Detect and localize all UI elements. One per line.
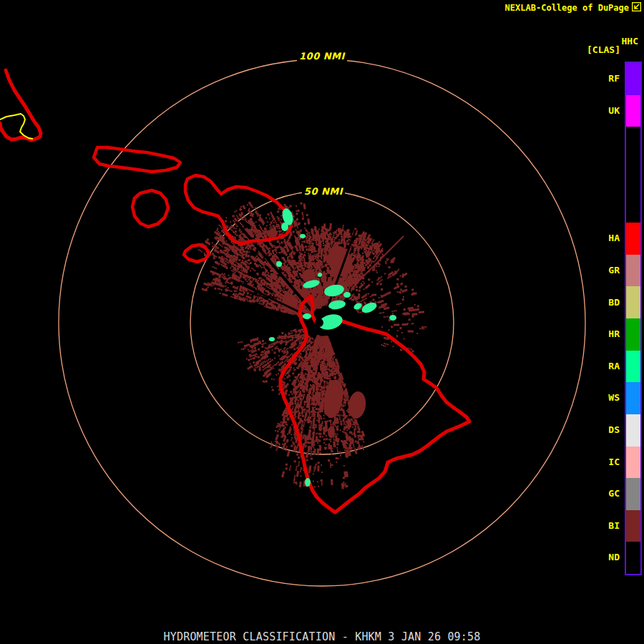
legend-swatch-bi: [626, 510, 640, 542]
ring-label-100nmi: 100 NMI: [299, 51, 346, 62]
rain-echo: [281, 223, 288, 231]
legend-label-ha: HA: [608, 232, 620, 245]
rain-echo: [305, 478, 311, 487]
legend-label-ds: DS: [608, 424, 620, 436]
echo-core: [303, 269, 316, 280]
legend-label-ic: IC: [608, 456, 620, 469]
legend-swatch-empty: [626, 191, 640, 223]
ring-label-50nmi: 50 NMI: [304, 186, 344, 197]
legend-swatch-ic: [626, 447, 640, 479]
product-title: HYDROMETEOR CLASSIFICATION - KHKM 3 JAN …: [0, 630, 644, 643]
coastline-lanai: [132, 190, 168, 227]
echo-sector: [281, 451, 348, 489]
legend-swatch-rf: [626, 63, 640, 95]
rain-echo: [303, 313, 311, 319]
legend-label-hr: HR: [608, 328, 620, 341]
legend-label-gr: GR: [608, 264, 620, 277]
legend-label-gc: GC: [608, 487, 620, 500]
legend-swatch-ha: [626, 223, 640, 255]
legend-swatch-nd: [626, 542, 640, 574]
rain-echo: [300, 234, 306, 238]
legend-label-bd: BD: [608, 296, 620, 309]
legend-title: HHC: [622, 36, 638, 47]
legend-swatch-gc: [626, 478, 640, 510]
legend-swatch-ws: [626, 382, 640, 414]
rain-echo: [343, 292, 351, 298]
echo-core: [268, 229, 278, 238]
rain-echo: [389, 315, 396, 321]
rain-echo: [318, 273, 322, 277]
legend-label-ra: RA: [608, 360, 620, 373]
radar-site-hole: [315, 318, 323, 327]
radar-display: 100 NMI50 NMI: [0, 0, 644, 644]
legend-swatch-hr: [626, 318, 640, 351]
legend-label-bi: BI: [608, 519, 620, 532]
legend-label-rf: RF: [608, 72, 620, 85]
coastline-molokai: [94, 147, 180, 172]
rain-echo: [276, 261, 282, 267]
legend-mode-label: [CLAS]: [587, 44, 620, 55]
coastline-kahoolawe: [184, 245, 209, 262]
legend-colorbar: [625, 62, 642, 575]
legend-swatch-ra: [626, 351, 640, 383]
rain-echo: [269, 337, 275, 341]
legend-swatch-gr: [626, 255, 640, 287]
legend-swatch-empty: [626, 127, 640, 159]
legend-label-ws: WS: [608, 391, 620, 404]
echo-core: [328, 426, 335, 438]
legend-swatch-uk: [626, 95, 640, 127]
legend-swatch-bd: [626, 286, 640, 318]
radar-viewer: 100 NMI50 NMI NEXLAB-College of DuPage H…: [0, 0, 644, 644]
legend-label-uk: UK: [608, 104, 620, 117]
legend-swatch-empty: [626, 159, 640, 191]
export-arrow-icon[interactable]: [632, 2, 641, 11]
legend-swatch-ds: [626, 414, 640, 447]
brand-title: NEXLAB-College of DuPage: [505, 3, 629, 13]
legend-label-nd: ND: [608, 551, 620, 564]
